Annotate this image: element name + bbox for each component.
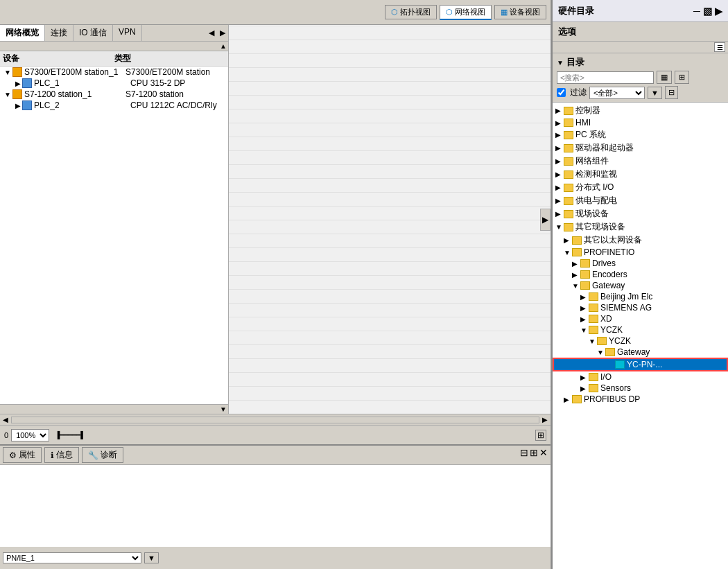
catalog-item[interactable]: ▶其它以太网设备 (553, 234, 728, 247)
catalog-item[interactable]: ▶Sensors (553, 383, 728, 394)
cat-expand-arrow[interactable]: ▶ (555, 144, 562, 152)
network-view-btn[interactable]: ⬡ 网络视图 (440, 5, 492, 20)
catalog-item[interactable]: ▼YCZK (553, 324, 728, 335)
catalog-item[interactable]: ▶I/O (553, 371, 728, 383)
bottom-close-icon[interactable]: ✕ (539, 447, 548, 463)
zoom-select[interactable]: 00% 25% 50% 75% 100% (11, 429, 49, 441)
restore-icon[interactable]: ▧ (703, 6, 712, 17)
catalog-item[interactable]: ▶网络组件 (553, 155, 728, 168)
expand-arrow[interactable]: ▶ (15, 80, 21, 87)
bottom-expand-icon[interactable]: ⊟ (520, 447, 528, 463)
catalog-item[interactable]: ▶PC 系统 (553, 128, 728, 141)
catalog-item[interactable]: ▶PROFIBUS DP (553, 394, 728, 405)
catalog-item[interactable]: ▼其它现场设备 (553, 220, 728, 234)
catalog-item[interactable]: ▶Drives (553, 258, 728, 269)
tab-overview[interactable]: 网络概览 (0, 25, 45, 41)
network-scrollbar[interactable]: ◀ ▶ (0, 414, 551, 425)
scroll-down-icon[interactable]: ▼ (220, 405, 227, 413)
catalog-item[interactable]: ▼PROFINETIO (553, 247, 728, 258)
table-row[interactable]: ▶ PLC_1 CPU 315-2 DP (0, 78, 228, 89)
cat-expand-arrow[interactable]: ▶ (555, 119, 562, 127)
catalog-title-label: 目录 (566, 56, 584, 69)
catalog-item[interactable]: ▶检测和监视 (553, 168, 728, 181)
tab-io-comm[interactable]: IO 通信 (73, 25, 113, 41)
expand-arrow[interactable]: ▼ (4, 91, 11, 98)
scroll-left-btn[interactable]: ◀ (0, 416, 11, 423)
tab-diagnostics[interactable]: 🔧 诊断 (82, 447, 123, 463)
tab-vpn[interactable]: VPN (113, 25, 142, 41)
zoom-icon-btn[interactable]: ⊞ (535, 430, 546, 441)
footer-dropdown-btn[interactable]: ▼ (144, 552, 159, 563)
cat-expand-arrow[interactable]: ▶ (580, 293, 587, 301)
cat-expand-arrow[interactable]: ▼ (589, 338, 596, 345)
cat-expand-arrow[interactable]: ▶ (555, 184, 562, 191)
tab-info[interactable]: ℹ 信息 (44, 447, 79, 463)
expand-right-icon[interactable]: ▶ (540, 209, 551, 231)
cat-expand-arrow[interactable]: ▶ (564, 396, 571, 403)
cat-expand-arrow[interactable]: ▶ (564, 236, 571, 244)
cat-item-label: YC-PN-... (627, 360, 662, 369)
cat-expand-arrow[interactable]: ▶ (580, 315, 587, 323)
cat-expand-arrow[interactable]: ▶ (555, 107, 562, 114)
bottom-float-icon[interactable]: ⊞ (530, 447, 538, 463)
filter-checkbox[interactable] (557, 88, 566, 97)
catalog-toggle-btn[interactable]: ☰ (714, 42, 725, 52)
catalog-item[interactable]: ▶控制器 (553, 104, 728, 117)
catalog-item[interactable]: ▶分布式 I/O (553, 181, 728, 194)
catalog-item[interactable]: ▶SIEMENS AG (553, 302, 728, 313)
tab-connect[interactable]: 连接 (45, 25, 73, 41)
filter-label: 过滤 (570, 87, 587, 98)
cat-expand-arrow[interactable]: ▶ (580, 374, 587, 381)
catalog-expand-arrow[interactable]: ▼ (557, 59, 564, 67)
catalog-item[interactable]: YC-PN-... (553, 358, 728, 371)
filter-expand-btn[interactable]: ▼ (648, 87, 662, 99)
catalog-item[interactable]: ▶现场设备 (553, 207, 728, 220)
cat-expand-arrow[interactable]: ▶ (580, 385, 587, 392)
cat-expand-arrow[interactable]: ▶ (572, 271, 579, 279)
cat-expand-arrow[interactable]: ▶ (555, 157, 562, 165)
cat-expand-arrow[interactable]: ▼ (597, 349, 604, 356)
catalog-item[interactable]: ▶HMI (553, 117, 728, 128)
catalog-item[interactable]: ▶驱动器和起动器 (553, 141, 728, 155)
cat-expand-arrow[interactable]: ▼ (555, 223, 562, 231)
cat-expand-arrow[interactable]: ▶ (555, 210, 562, 218)
interface-select[interactable]: PN/IE_1 (3, 552, 141, 563)
device-view-btn[interactable]: ▦ 设备视图 (494, 5, 546, 19)
table-row[interactable]: ▼ S7-1200 station_1 S7-1200 station (0, 89, 228, 100)
filter-view-btn[interactable]: ⊟ (665, 86, 678, 99)
toolbar: ⬡ 拓扑视图 ⬡ 网络视图 ▦ 设备视图 (0, 0, 551, 25)
expand-arrow[interactable]: ▶ (15, 102, 21, 110)
search-btn-2[interactable]: ⊞ (675, 71, 689, 84)
table-row[interactable]: ▶ PLC_2 CPU 1212C AC/DC/Rly (0, 100, 228, 111)
cat-expand-arrow[interactable]: ▼ (572, 282, 579, 290)
expand-arrow[interactable]: ▼ (4, 69, 11, 76)
cat-expand-arrow[interactable]: ▶ (555, 197, 562, 204)
cat-expand-arrow[interactable]: ▶ (555, 170, 562, 178)
cat-expand-arrow[interactable]: ▶ (555, 131, 562, 139)
catalog-item[interactable]: ▶XD (553, 313, 728, 324)
cat-expand-arrow[interactable]: ▶ (580, 304, 587, 312)
catalog-item[interactable]: ▶Encoders (553, 269, 728, 280)
catalog-item[interactable]: ▶Beijing Jm Elc (553, 291, 728, 302)
scroll-right-btn[interactable]: ▶ (539, 416, 551, 423)
nav-left-icon[interactable]: ◀ (206, 27, 217, 39)
cat-expand-arrow[interactable]: ▼ (564, 249, 571, 256)
zoom-slider[interactable]: ▐━━━━━▌ (55, 431, 85, 439)
nav-right-icon[interactable]: ▶ (217, 27, 228, 39)
catalog-search-input[interactable] (557, 71, 654, 84)
maximize-icon[interactable]: ▶ (715, 6, 722, 17)
catalog-item[interactable]: ▼YCZK (553, 335, 728, 347)
catalog-item[interactable]: ▼Gateway (553, 280, 728, 291)
tab-properties[interactable]: ⚙ 属性 (3, 447, 42, 463)
cat-expand-arrow[interactable]: ▼ (580, 326, 587, 334)
filter-select[interactable]: <全部> (589, 87, 645, 99)
topo-view-btn[interactable]: ⬡ 拓扑视图 (385, 5, 437, 19)
scroll-up-icon[interactable]: ▲ (220, 42, 227, 50)
table-row[interactable]: ▼ S7300/ET200M station_1 S7300/ET200M st… (0, 67, 228, 78)
minimize-icon[interactable]: ─ (693, 6, 700, 17)
bottom-tab-bar: ⚙ 属性 ℹ 信息 🔧 诊断 ⊟ ⊞ ✕ (0, 446, 551, 465)
catalog-item[interactable]: ▶供电与配电 (553, 194, 728, 207)
cat-expand-arrow[interactable]: ▶ (572, 260, 579, 268)
catalog-item[interactable]: ▼Gateway (553, 347, 728, 358)
search-btn-1[interactable]: ▦ (657, 71, 672, 84)
